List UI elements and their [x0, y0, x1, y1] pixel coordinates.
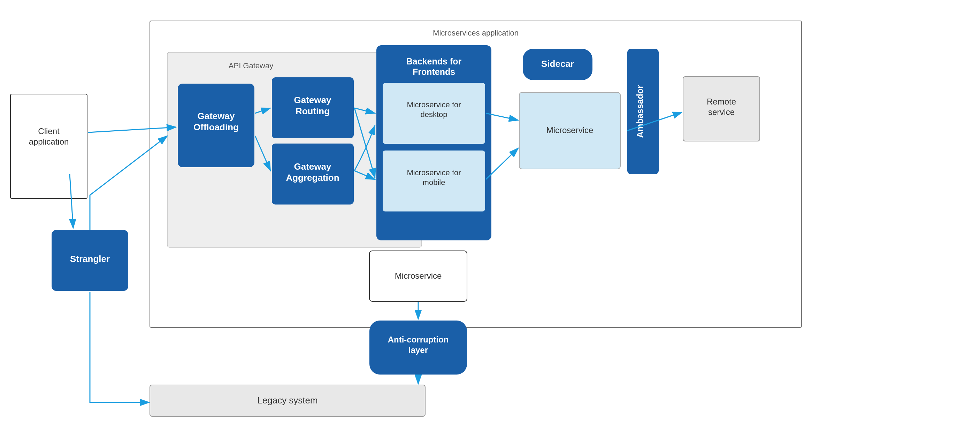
diagram-container: Microservices application API Gateway Cl…	[0, 0, 980, 424]
anti-corruption-label1: Anti-corruption	[388, 335, 449, 344]
svg-text:application: application	[29, 137, 69, 146]
gateway-routing-label: Gateway	[294, 95, 331, 105]
svg-text:Aggregation: Aggregation	[286, 173, 339, 183]
microservice-main-label: Microservice	[546, 125, 593, 135]
anti-corruption-label2: layer	[409, 345, 428, 355]
backends-frontends-title1: Backends for	[406, 56, 462, 66]
ambassador-label: Ambassador	[635, 85, 645, 138]
sidecar-label: Sidecar	[541, 59, 574, 69]
backends-frontends-title2: Frontends	[413, 67, 455, 77]
arrow-client-to-gateway-offloading	[88, 127, 176, 132]
arrow-strangler-to-legacy	[90, 292, 149, 402]
svg-text:Routing: Routing	[296, 106, 330, 116]
svg-text:Offloading: Offloading	[193, 122, 239, 132]
microservice-desktop-label2: desktop	[420, 110, 447, 119]
gateway-aggregation-label: Gateway	[294, 161, 331, 172]
remote-service-label1: Remote	[707, 97, 736, 106]
microservices-app-label: Microservices application	[433, 29, 519, 37]
client-application-box	[10, 94, 87, 199]
remote-service-label2: service	[708, 107, 735, 117]
microservice-mobile-label2: mobile	[423, 178, 445, 187]
gateway-offloading-label: Gateway	[197, 111, 235, 121]
microservice-lower-label: Microservice	[395, 271, 442, 281]
strangler-label: Strangler	[70, 254, 110, 264]
microservice-desktop-label1: Microservice for	[407, 100, 461, 109]
microservice-mobile-label1: Microservice for	[407, 168, 461, 177]
legacy-system-label: Legacy system	[257, 395, 318, 405]
api-gateway-label: API Gateway	[229, 61, 273, 70]
arrow-strangler-to-api-gateway	[90, 136, 167, 230]
client-application-label: Client	[38, 127, 60, 136]
